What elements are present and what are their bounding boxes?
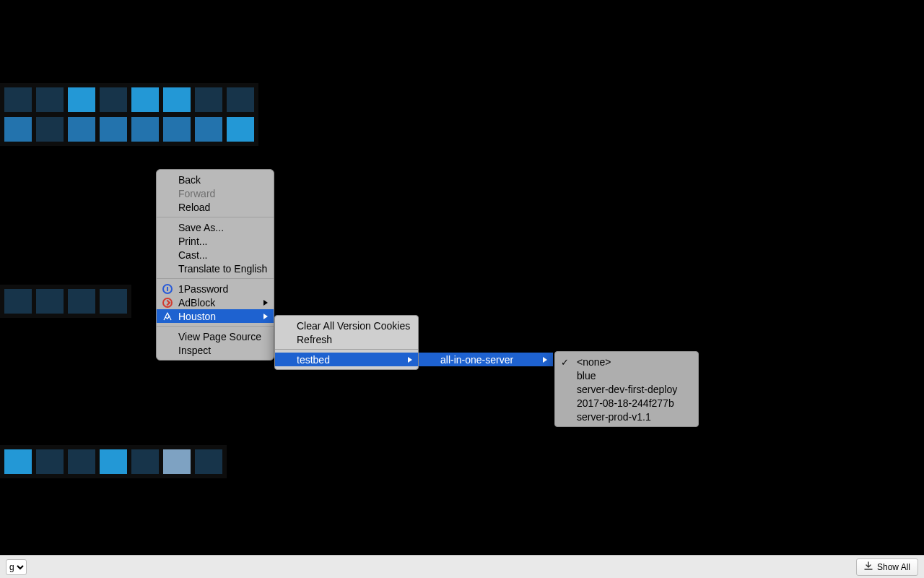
tile — [36, 449, 64, 474]
tile — [4, 449, 32, 474]
menu-item-label: Clear All Version Cookies — [297, 320, 410, 332]
tile — [4, 87, 32, 112]
menu-item-reload[interactable]: Reload — [157, 200, 274, 214]
check-icon: ✓ — [561, 356, 569, 367]
houston-icon — [162, 311, 173, 322]
download-icon — [864, 561, 873, 572]
menu-item-label: Houston — [178, 311, 216, 322]
menu-item-label: 2017-08-18-244f277b — [577, 397, 674, 409]
tile — [68, 449, 95, 474]
tile-strip — [0, 285, 131, 318]
tile — [100, 87, 127, 112]
show-all-label: Show All — [877, 562, 910, 572]
submenu-arrow-icon — [408, 357, 412, 363]
tile — [131, 449, 159, 474]
tile — [163, 87, 191, 112]
menu-item-all-in-one-server[interactable]: all-in-one-server — [419, 353, 553, 366]
menu-item-label: Reload — [178, 202, 210, 213]
tile — [4, 117, 32, 142]
menu-item-label: Translate to English — [178, 263, 267, 275]
menu-item-version[interactable]: 2017-08-18-244f277b — [555, 396, 698, 410]
section-heading-2: s — [0, 210, 1, 249]
tile — [131, 117, 159, 142]
menu-item-label: Refresh — [297, 334, 332, 345]
menu-separator — [157, 278, 274, 279]
menu-item-version[interactable]: server-prod-v1.1 — [555, 410, 698, 423]
tile — [195, 117, 222, 142]
tile — [195, 87, 222, 112]
tile — [131, 87, 159, 112]
tile — [4, 289, 32, 314]
submenu-versions: ✓<none>blueserver-dev-first-deploy2017-0… — [554, 351, 699, 427]
menu-item-version[interactable]: blue — [555, 368, 698, 382]
menu-item-label: Save As... — [178, 222, 224, 233]
menu-item-translate-to-english[interactable]: Translate to English — [157, 262, 274, 275]
menu-item-cast[interactable]: Cast... — [157, 248, 274, 262]
menu-item-houston[interactable]: Houston — [157, 309, 274, 323]
tile — [163, 449, 191, 474]
show-all-button[interactable]: Show All — [856, 558, 918, 576]
menu-item-inspect[interactable]: Inspect — [157, 343, 274, 357]
menu-item-label: Cast... — [178, 249, 207, 261]
menu-item-label: server-dev-first-deploy — [577, 384, 677, 395]
tile — [68, 117, 95, 142]
menu-item-back[interactable]: Back — [157, 173, 274, 186]
onepassword-icon — [162, 284, 173, 294]
menu-item-save-as[interactable]: Save As... — [157, 220, 274, 234]
submenu-arrow-icon — [263, 314, 268, 319]
menu-item-label: all-in-one-server — [440, 354, 513, 366]
menu-item-1password[interactable]: 1Password — [157, 282, 274, 296]
tile-strip — [0, 83, 258, 116]
menu-item-print[interactable]: Print... — [157, 234, 274, 248]
menu-item-version[interactable]: server-dev-first-deploy — [555, 382, 698, 396]
tile-strip — [0, 445, 227, 478]
menu-separator — [275, 349, 418, 350]
menu-item-label: Forward — [178, 188, 215, 199]
menu-item-view-page-source[interactable]: View Page Source — [157, 329, 274, 343]
tile — [68, 87, 95, 112]
menu-item-label: server-prod-v1.1 — [577, 411, 651, 423]
footer-select[interactable]: g — [6, 559, 27, 575]
tile — [36, 117, 64, 142]
tile — [163, 117, 191, 142]
footer-bar: g Show All — [0, 555, 924, 578]
menu-item-label: blue — [577, 370, 596, 381]
tile — [100, 289, 127, 314]
menu-item-label: testbed — [297, 354, 330, 366]
context-menu: BackForwardReloadSave As...Print...Cast.… — [156, 169, 274, 361]
tile — [100, 449, 127, 474]
menu-item-clear-cookies[interactable]: Clear All Version Cookies — [275, 319, 418, 332]
submenu-arrow-icon — [263, 300, 268, 306]
menu-item-label: Print... — [178, 236, 207, 247]
submenu-arrow-icon — [543, 357, 547, 363]
menu-item-label: 1Password — [178, 283, 228, 295]
menu-item-testbed[interactable]: testbed — [275, 353, 418, 366]
menu-item-version[interactable]: ✓<none> — [555, 355, 698, 368]
menu-item-forward: Forward — [157, 186, 274, 200]
menu-item-label: View Page Source — [178, 331, 261, 342]
tile — [68, 289, 95, 314]
tile — [195, 449, 222, 474]
menu-item-label: AdBlock — [178, 297, 215, 309]
submenu-houston: Clear All Version Cookies Refresh testbe… — [274, 315, 419, 370]
menu-item-label: Back — [178, 174, 201, 186]
menu-item-label: Inspect — [178, 345, 211, 356]
tile — [36, 289, 64, 314]
menu-item-refresh[interactable]: Refresh — [275, 332, 418, 346]
menu-separator — [157, 217, 274, 217]
tile — [227, 87, 254, 112]
tile — [100, 117, 127, 142]
tile — [227, 117, 254, 142]
tile — [36, 87, 64, 112]
adblock-icon — [162, 298, 173, 308]
menu-item-adblock[interactable]: AdBlock — [157, 296, 274, 309]
menu-separator — [157, 326, 274, 327]
submenu-testbed: all-in-one-server — [419, 353, 553, 366]
menu-item-label: <none> — [577, 356, 611, 368]
tile-strip — [0, 113, 258, 146]
